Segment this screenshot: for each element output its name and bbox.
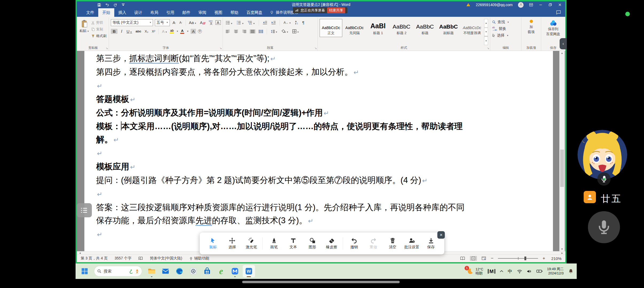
taskbar-search[interactable]: 搜索 <box>94 266 142 277</box>
taskbar-app-meeting[interactable] <box>229 265 241 277</box>
microphone-button[interactable] <box>588 211 620 243</box>
navigation-pane-button[interactable] <box>77 203 92 217</box>
clear-formatting-icon[interactable]: A <box>199 20 206 25</box>
taskbar-app-word[interactable] <box>243 265 255 277</box>
line-spacing-icon[interactable]: ▼ <box>270 29 278 34</box>
taskbar-app-ie[interactable]: e <box>215 265 227 277</box>
tab-0[interactable]: 开始 <box>98 8 114 17</box>
annotation-toolbar-close-button[interactable]: ✕ <box>437 231 445 239</box>
redo-icon[interactable] <box>113 3 117 7</box>
annotation-tool-comment-settings[interactable]: 批注设置 <box>404 237 420 250</box>
taskbar-app-mail[interactable] <box>159 265 172 277</box>
ime-indicator[interactable]: 中 <box>508 268 512 274</box>
style-card[interactable]: AaBbCcDc不明显强调 <box>461 19 483 37</box>
tab-2[interactable]: 设计 <box>130 8 146 17</box>
align-left-icon[interactable] <box>225 29 231 34</box>
annotation-tool-shape[interactable]: 图形 <box>304 237 320 250</box>
page-indicator[interactable]: 第 3 页，共 4 页 <box>81 256 108 261</box>
multilevel-list-icon[interactable]: ▼ <box>247 20 256 25</box>
superscript-button[interactable]: X² <box>151 29 156 33</box>
distribute-icon[interactable] <box>258 29 264 34</box>
font-dialog-launcher[interactable]: ↘ <box>219 47 222 50</box>
web-layout-icon[interactable] <box>480 256 487 261</box>
weather-widget[interactable]: 1 12°C晴朗 <box>466 267 483 275</box>
annotation-tool-save[interactable]: 保存 <box>423 237 439 250</box>
restore-button[interactable] <box>548 3 552 7</box>
sort-icon[interactable]: AZ↓ <box>294 20 299 25</box>
volume-icon[interactable] <box>527 269 532 274</box>
strikethrough-button[interactable]: abc <box>135 29 142 33</box>
document-text[interactable]: 第三步，抓标志词判断(如“首先”“其次”“再次”等);↵第四步，逐段概括内容要点… <box>96 52 470 241</box>
enclose-characters-icon[interactable]: 字 <box>198 29 202 33</box>
style-card[interactable]: AaBbCcDc正文 <box>320 19 342 37</box>
doc-paragraph[interactable]: 公式：分析说明顺序及其作用=说明顺序(时间/空间/逻辑)+作用↵ <box>96 106 470 120</box>
zoom-slider[interactable] <box>498 258 538 259</box>
battery-icon[interactable] <box>536 269 543 273</box>
tab-6[interactable]: 审阅 <box>194 8 210 17</box>
ribbon-display-options-icon[interactable] <box>529 3 533 7</box>
tab-5[interactable]: 邮件 <box>178 8 194 17</box>
style-card[interactable]: AaBbC副标题 <box>437 19 460 37</box>
undo-icon[interactable] <box>105 3 109 7</box>
word-count[interactable]: 3557 个字 <box>115 256 131 261</box>
tab-7[interactable]: 视图 <box>210 8 226 17</box>
show-marks-icon[interactable]: ¶ <box>301 20 305 25</box>
character-shading-icon[interactable]: A <box>191 29 196 34</box>
annotation-tool-pen[interactable]: 画笔 <box>266 237 282 250</box>
taskbar-app-edge[interactable] <box>173 265 186 277</box>
font-name-select[interactable]: 等线 (中文正文)▼ <box>111 19 153 26</box>
tab-1[interactable]: 插入 <box>114 8 130 17</box>
change-case-icon[interactable]: Aa▼ <box>188 20 197 25</box>
annotation-tool-undo[interactable]: 撤销 <box>346 237 362 250</box>
bullet-list-icon[interactable]: ▼ <box>225 20 234 25</box>
style-card[interactable]: AaBbCcDc无间隔 <box>343 19 366 37</box>
font-color-icon[interactable]: A <box>180 29 184 34</box>
annotation-tool-laser[interactable]: 激光笔 <box>244 237 260 250</box>
tab-9[interactable]: 百度网盘 <box>242 8 266 17</box>
doc-paragraph[interactable]: ↵ <box>96 146 470 160</box>
bold-button[interactable]: B <box>111 29 117 34</box>
scroll-down-icon[interactable]: ▼ <box>559 247 565 251</box>
cut-button[interactable]: 剪切 <box>91 20 107 25</box>
increase-indent-icon[interactable] <box>270 20 277 25</box>
close-button[interactable] <box>558 3 562 7</box>
number-list-icon[interactable]: ▼ <box>236 20 245 25</box>
copy-button[interactable]: 复制 <box>91 27 107 32</box>
taskbar-app-file-explorer[interactable] <box>146 265 158 277</box>
doc-paragraph[interactable]: 提问：(例题引路《种子方舟》第 2 题)试简要分析文中第⑤段至第⑦段的说明顺序。… <box>96 174 470 187</box>
find-button[interactable]: 查找▼ <box>492 20 519 25</box>
styles-gallery-expand-icon[interactable]: ▼ <box>484 36 488 45</box>
account-email[interactable]: 2269591409@qq.com <box>476 3 513 7</box>
shrink-font-icon[interactable]: Aˇ <box>179 21 183 25</box>
subscript-button[interactable]: X₂ <box>144 29 149 33</box>
zoom-level[interactable]: 210% <box>549 256 561 261</box>
save-icon[interactable] <box>97 3 101 7</box>
wifi-icon[interactable] <box>517 269 522 274</box>
tab-8[interactable]: 帮助 <box>226 8 242 17</box>
minimize-button[interactable] <box>539 3 543 7</box>
annotation-tool-select[interactable]: 选择 <box>224 237 240 250</box>
save-to-baidu-pan-button[interactable]: 保存到百度网盘 <box>543 18 563 36</box>
style-card[interactable]: AaBbC标题 2 <box>390 19 413 37</box>
print-layout-icon[interactable] <box>470 256 477 261</box>
clock[interactable]: 19:49 周二2024/12/3 <box>547 267 564 275</box>
vertical-scrollbar[interactable]: ▲ ▼ <box>559 51 565 251</box>
text-highlight-icon[interactable]: ab <box>170 29 174 34</box>
paragraph-dialog-launcher[interactable]: ↘ <box>315 47 317 50</box>
shading-icon[interactable]: ▼ <box>281 29 289 34</box>
panel-collapse-button[interactable]: ‹ <box>560 38 567 49</box>
align-center-icon[interactable] <box>233 29 239 34</box>
paste-button[interactable]: 粘贴▼ <box>80 18 89 46</box>
annotation-tool-redo[interactable]: 重做 <box>365 237 381 250</box>
underline-button[interactable]: U▼ <box>126 29 133 34</box>
annotation-tool-text[interactable]: 文本 <box>285 237 301 250</box>
tab-4[interactable]: 引用 <box>162 8 178 17</box>
scroll-up-icon[interactable]: ▲ <box>559 51 565 55</box>
doc-paragraph[interactable]: ↵ <box>96 79 470 93</box>
italic-button[interactable]: I <box>119 29 124 34</box>
addins-button[interactable]: 加载项 <box>523 18 539 34</box>
font-size-select[interactable]: 五号▼ <box>155 19 170 26</box>
participant-video-avatar[interactable] <box>578 130 627 179</box>
replace-button[interactable]: ab→ac替换 <box>492 26 519 31</box>
account-avatar[interactable] <box>518 2 524 8</box>
